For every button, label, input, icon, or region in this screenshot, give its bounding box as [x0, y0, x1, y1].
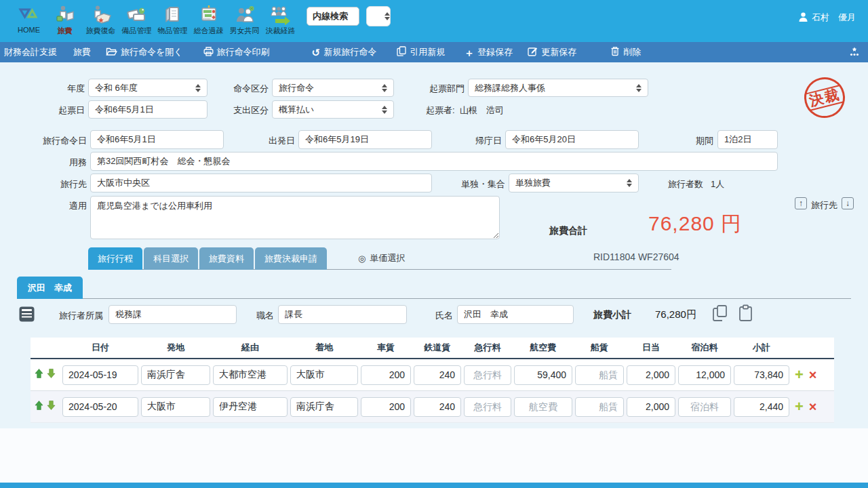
- table-row: + ×: [31, 359, 834, 391]
- add-row-icon[interactable]: +: [795, 367, 804, 382]
- destination-down-button[interactable]: ↓: [842, 197, 854, 209]
- move-up-icon[interactable]: [35, 400, 43, 413]
- nav-travel-expense[interactable]: 旅費: [47, 3, 83, 36]
- menubar-quote-new[interactable]: 引用新規: [397, 46, 445, 58]
- select-arrows-icon: [636, 84, 642, 92]
- nav-equipment-label: 備品管理: [122, 26, 152, 36]
- select-arrows-icon: [195, 84, 201, 92]
- date-input[interactable]: [62, 365, 138, 385]
- to-input[interactable]: [290, 365, 358, 385]
- move-up-icon[interactable]: [35, 368, 43, 382]
- table-header-row: 日付 発地 経由 着地 車賃 鉄道賃 急行料 航空費 船賃 日当 宿泊料 小計: [31, 338, 834, 359]
- created-date-input[interactable]: [88, 100, 208, 119]
- fare-input[interactable]: [361, 365, 411, 385]
- purpose-input[interactable]: [90, 152, 778, 171]
- nav-goods-label: 物品管理: [158, 26, 188, 36]
- note-textarea[interactable]: 鹿児島空港までは公用車利用: [90, 196, 500, 239]
- user-menu[interactable]: 石村 優月: [799, 12, 856, 24]
- table-row: + ×: [31, 391, 834, 423]
- home-icon: [16, 3, 43, 25]
- destination-input[interactable]: [90, 174, 432, 192]
- arrow-up-icon: ↑: [799, 199, 803, 208]
- paste-icon[interactable]: [738, 304, 754, 325]
- menubar-new-order[interactable]: ↺ 新規旅行命令: [312, 46, 377, 58]
- via-input[interactable]: [213, 397, 288, 417]
- menubar-system[interactable]: 財務会計支援: [4, 46, 57, 58]
- menubar-module[interactable]: 旅費: [73, 46, 91, 58]
- traveler-divider: [17, 298, 851, 299]
- from-input[interactable]: [141, 365, 210, 385]
- lodging-input[interactable]: [678, 397, 731, 417]
- nav-home[interactable]: HOME: [11, 3, 47, 34]
- menubar-open-order[interactable]: 旅行命令を開く: [106, 46, 183, 58]
- tab-approval-request[interactable]: 旅費決裁申請: [255, 247, 327, 270]
- date-input[interactable]: [62, 397, 138, 417]
- select-arrows-icon: [382, 84, 387, 92]
- order-date-input[interactable]: [90, 130, 224, 149]
- subtotal-input[interactable]: [734, 365, 789, 385]
- lodging-input[interactable]: [678, 365, 731, 385]
- name-input[interactable]: [457, 305, 574, 324]
- equipment-icon: [123, 3, 151, 25]
- menubar-org-route[interactable]: [849, 46, 860, 59]
- nav-equipment[interactable]: 備品管理: [119, 3, 155, 36]
- undo-icon: ↺: [312, 47, 321, 58]
- rail-input[interactable]: [414, 365, 461, 385]
- add-row-icon[interactable]: +: [795, 399, 804, 414]
- nav-goods[interactable]: 物品管理: [155, 3, 191, 36]
- daily-input[interactable]: [627, 365, 675, 385]
- traveler-tab[interactable]: 沢田 幸成: [17, 277, 83, 299]
- menubar-register-save[interactable]: ＋ 登録保存: [464, 46, 513, 58]
- menubar-delete[interactable]: 削除: [610, 46, 641, 58]
- ship-input[interactable]: [575, 397, 624, 417]
- copy-icon[interactable]: [712, 304, 728, 325]
- move-down-icon[interactable]: [47, 400, 56, 413]
- author-label: 起票者:: [426, 104, 455, 117]
- departure-date-input[interactable]: [298, 130, 432, 149]
- order-type-select[interactable]: 旅行命令: [272, 79, 394, 97]
- payment-type-select[interactable]: 概算払い: [272, 100, 394, 119]
- to-input[interactable]: [290, 397, 358, 417]
- affiliation-input[interactable]: [108, 305, 237, 324]
- nav-travel-report[interactable]: 旅費復命: [83, 3, 119, 36]
- menubar-update-save[interactable]: 更新保存: [528, 46, 576, 58]
- nav-approval-route[interactable]: 決裁経路: [262, 3, 298, 36]
- nav-gender-equality[interactable]: 男女共同: [226, 3, 262, 36]
- daily-input[interactable]: [627, 397, 675, 417]
- period-input[interactable]: [717, 130, 778, 149]
- unit-price-link[interactable]: ◎ 単価選択: [358, 252, 405, 264]
- nav-travel-expense-label: 旅費: [58, 26, 73, 36]
- from-input[interactable]: [141, 397, 210, 417]
- tab-expense-docs[interactable]: 旅費資料: [199, 247, 254, 270]
- tab-account-select[interactable]: 科目選択: [144, 247, 198, 270]
- extension-search-input[interactable]: [307, 7, 359, 26]
- via-input[interactable]: [213, 365, 288, 385]
- tab-itinerary[interactable]: 旅行行程: [88, 247, 142, 270]
- air-input[interactable]: [514, 397, 572, 417]
- move-down-icon[interactable]: [47, 368, 56, 382]
- search-scope-dropdown[interactable]: [366, 6, 391, 26]
- ship-input[interactable]: [575, 365, 624, 385]
- subtotal-input[interactable]: [734, 397, 789, 417]
- express-input[interactable]: [464, 365, 511, 385]
- job-title-input[interactable]: [278, 305, 407, 324]
- fiscal-year-select[interactable]: 令和 6年度: [88, 79, 208, 97]
- delete-row-icon[interactable]: ×: [809, 400, 817, 413]
- target-icon: ◎: [358, 253, 366, 264]
- nav-comprehensive[interactable]: 総合過疎: [191, 3, 226, 36]
- traveler-list-icon[interactable]: [19, 306, 35, 325]
- delete-row-icon[interactable]: ×: [809, 368, 817, 382]
- travel-expense-app: HOME 旅費 旅費復命 備品管理 物品管理: [0, 0, 868, 488]
- rail-input[interactable]: [414, 397, 461, 417]
- total-label: 旅費合計: [549, 225, 587, 237]
- menubar-print-order[interactable]: 旅行命令印刷: [203, 46, 270, 58]
- group-type-select[interactable]: 単独旅費: [509, 174, 639, 192]
- fare-input[interactable]: [361, 397, 411, 417]
- order-tabs: 旅行行程 科目選択 旅費資料 旅費決裁申請: [88, 247, 327, 270]
- col-express: 急行料: [464, 342, 511, 354]
- air-input[interactable]: [514, 365, 572, 385]
- return-date-input[interactable]: [505, 130, 639, 149]
- destination-up-button[interactable]: ↑: [795, 197, 807, 209]
- express-input[interactable]: [464, 397, 511, 417]
- department-select[interactable]: 総務課総務人事係: [468, 79, 648, 97]
